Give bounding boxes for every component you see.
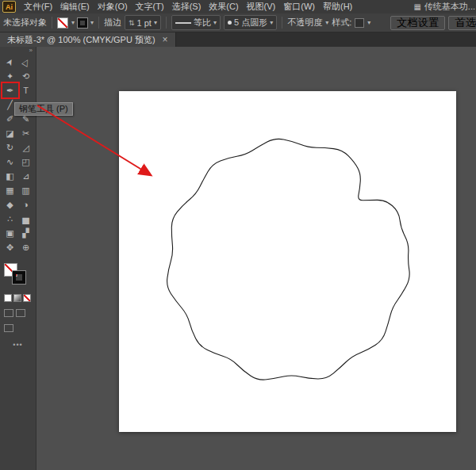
separator [282,17,282,29]
stepper-arrows-icon[interactable]: ⇅ [129,19,135,27]
artboard-tool[interactable]: ▣ [2,226,18,240]
column-graph-tool[interactable]: ▅ [18,212,34,226]
column-graph-tool-icon: ▅ [22,215,29,224]
edit-toolbar-button[interactable]: ••• [0,341,36,349]
stroke-color-swatch[interactable] [78,18,87,28]
scale-tool[interactable]: ◿ [18,140,34,155]
menu-window[interactable]: 窗口(W) [279,0,319,13]
stroke-profile-line-icon [175,22,191,24]
fill-stroke-indicator [4,263,36,287]
selection-tool[interactable]: ➤ [2,55,18,69]
stroke-caret-icon[interactable]: ▾ [90,19,94,26]
tab-close-icon[interactable]: × [163,35,168,44]
menu-effect[interactable]: 效果(C) [205,0,242,13]
workspace-label: 传统基本功... [424,1,475,13]
rotate-tool-icon: ↻ [6,143,13,152]
menu-file[interactable]: 文件(F) [20,0,56,13]
pen-tool-tooltip: 钢笔工具 (P) [14,102,73,116]
selection-status: 未选择对象 [3,17,47,29]
perspective-grid-tool[interactable]: ⊿ [18,169,34,183]
artboard[interactable] [119,91,456,432]
pasteboard[interactable] [36,47,476,470]
hand-tool[interactable]: ✥ [2,240,18,254]
toolbar-collapse[interactable]: » [0,47,36,55]
style-swatch[interactable] [355,18,364,28]
none-button[interactable] [23,294,31,302]
direct-selection-tool-icon: ▷ [21,57,32,67]
width-profile-dropdown[interactable]: 等比 ▾ [171,15,221,30]
blend-tool[interactable]: ◑ [18,197,34,212]
opacity-caret-icon[interactable]: ▾ [325,19,328,26]
free-transform-tool[interactable]: ◰ [18,155,34,169]
zoom-tool[interactable]: ⊕ [18,240,34,254]
control-bar: 未选择对象 ▾ ▾ 描边 ⇅ 1 pt ▾ 等比 ▾ 5 点圆形 ▾ 不透明度 … [0,13,476,32]
fill-color-swatch[interactable] [57,17,68,29]
color-button[interactable] [4,294,12,302]
draw-mode-row [4,309,36,317]
width-profile-caret-icon: ▾ [213,19,217,26]
menu-object[interactable]: 对象(O) [94,0,132,13]
hand-tool-icon: ✥ [6,243,13,252]
menu-help[interactable]: 帮助(H) [319,0,356,13]
stroke-swatch-black[interactable] [13,271,25,284]
stroke-weight-value[interactable]: 1 pt [137,18,152,28]
type-tool-icon: T [23,86,29,95]
drawn-shape-path[interactable] [167,139,410,380]
gradient-tool[interactable]: ▥ [18,183,34,197]
document-setup-button[interactable]: 文档设置 [390,16,445,30]
rotate-tool[interactable]: ↻ [2,140,18,155]
document-tab-bar: 未标题-3* @ 100% (CMYK/GPU 预览) × [0,32,476,47]
free-transform-tool-icon: ◰ [21,158,29,166]
slice-tool[interactable]: ▞ [18,226,34,240]
menu-select[interactable]: 选择(S) [168,0,205,13]
gradient-button[interactable] [13,294,21,302]
gradient-tool-icon: ▥ [21,186,29,195]
workspace-switcher[interactable]: ▦ 传统基本功... [413,1,475,13]
menu-type[interactable]: 文字(T) [132,0,168,13]
draw-behind-button[interactable] [16,309,25,317]
color-mode-row [4,294,36,302]
symbol-sprayer-tool[interactable]: ∴ [2,212,18,226]
magic-wand-tool-icon: ✦ [6,72,13,81]
separator [98,17,99,29]
menu-view[interactable]: 视图(V) [243,0,280,13]
mesh-tool-icon: ▦ [6,186,13,195]
menu-bar: Ai 文件(F) 编辑(E) 对象(O) 文字(T) 选择(S) 效果(C) 视… [0,0,476,13]
preferences-button[interactable]: 首选 [448,16,476,30]
direct-selection-tool[interactable]: ▷ [18,55,34,69]
magic-wand-tool[interactable]: ✦ [2,69,18,83]
perspective-grid-tool-icon: ⊿ [22,172,29,181]
document-tab[interactable]: 未标题-3* @ 100% (CMYK/GPU 预览) × [0,32,176,47]
menu-edit[interactable]: 编辑(E) [56,0,94,13]
pen-tool-icon: ✒ [6,86,13,95]
symbol-sprayer-tool-icon: ∴ [7,215,13,224]
eyedropper-tool-icon: ◆ [6,201,13,209]
illustrator-logo-icon: Ai [2,1,16,13]
stroke-weight-caret-icon[interactable]: ▾ [154,19,157,26]
fill-caret-icon[interactable]: ▾ [71,19,75,26]
scissors-tool[interactable]: ✂ [18,126,34,140]
width-tool[interactable]: ∿ [2,155,18,169]
tool-grid: ➤ ▷ ✦ ⟲ ✒ T ╱ ▭ ✐ ✎ ◪ ✂ ↻ ◿ ∿ ◰ ◧ ⊿ ▦ ▥ … [0,55,36,254]
stroke-weight-stepper[interactable]: ⇅ 1 pt ▾ [125,15,161,30]
screen-mode-button[interactable] [4,324,13,332]
eraser-tool[interactable]: ◪ [2,126,18,140]
slice-tool-icon: ▞ [22,229,29,238]
round-brush-icon [228,21,232,25]
artboard-canvas [119,91,456,432]
blend-tool-icon: ◑ [23,201,29,209]
brush-dropdown[interactable]: 5 点圆形 ▾ [224,15,277,30]
lasso-tool[interactable]: ⟲ [18,69,34,83]
artboard-tool-icon: ▣ [6,229,13,238]
type-tool[interactable]: T [18,83,34,97]
pen-tool[interactable]: ✒ [2,83,18,97]
draw-normal-button[interactable] [4,309,13,317]
style-label[interactable]: 样式: [332,17,351,29]
opacity-label[interactable]: 不透明度 [287,17,322,29]
eyedropper-tool[interactable]: ◆ [2,197,18,212]
stroke-label[interactable]: 描边 [104,17,121,29]
eraser-tool-icon: ◪ [6,129,13,138]
mesh-tool[interactable]: ▦ [2,183,18,197]
style-caret-icon[interactable]: ▾ [367,19,370,26]
shape-builder-tool[interactable]: ◧ [2,169,18,183]
